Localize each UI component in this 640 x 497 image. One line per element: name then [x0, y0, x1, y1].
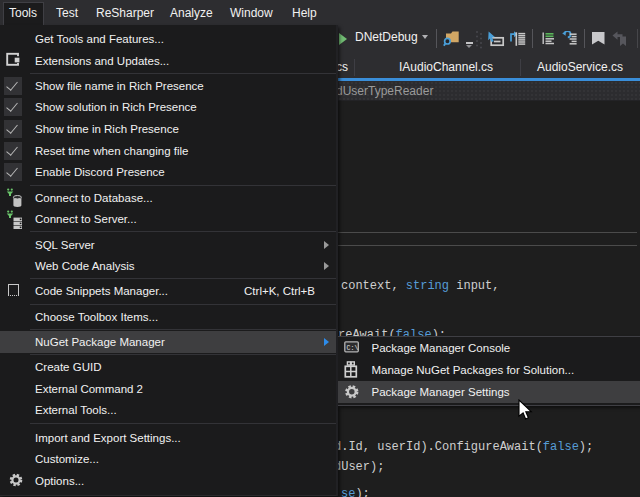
svg-text:C:\: C:\	[346, 344, 358, 351]
